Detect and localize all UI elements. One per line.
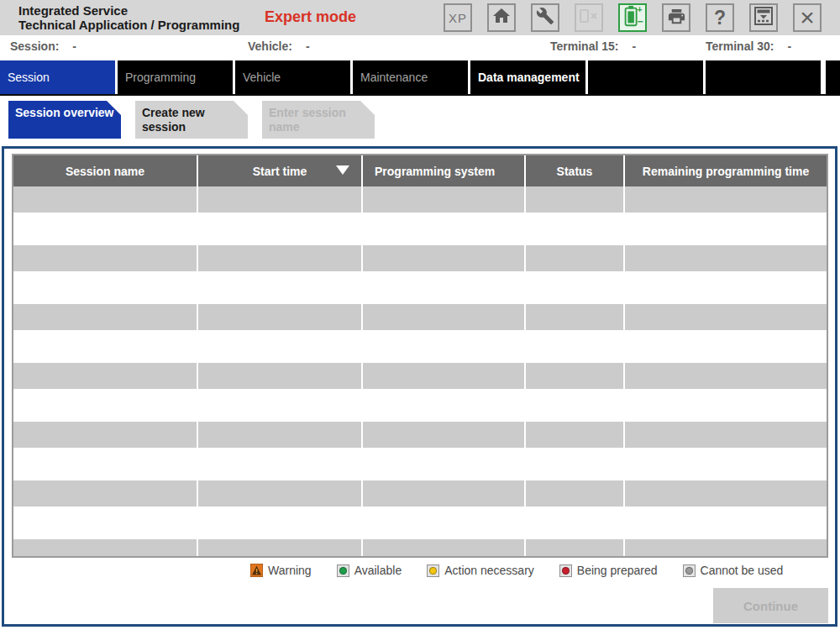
- sub-tab[interactable]: Session overview: [8, 101, 121, 139]
- table-cell: [526, 363, 625, 389]
- table-cell: [13, 186, 198, 213]
- status-dot-icon: [427, 564, 439, 577]
- status-legend: Warning Available: [250, 564, 783, 577]
- legend-item-label: Warning: [268, 564, 312, 577]
- status-field-value: -: [72, 39, 76, 53]
- table-cell: [198, 480, 363, 507]
- wrench-icon: [536, 7, 554, 29]
- ista-p-window: Integrated Service Technical Application…: [0, 0, 840, 630]
- status-field-label: Vehicle:: [248, 39, 292, 53]
- legend-item-label: Being prepared: [577, 564, 658, 577]
- table-cell: [526, 539, 625, 556]
- column-header-label: Programming system: [375, 165, 495, 178]
- table-cell: [363, 363, 526, 389]
- column-header-label: Remaining programming time: [643, 165, 809, 178]
- app-title: Integrated Service Technical Application…: [18, 3, 239, 32]
- sub-tab[interactable]: Create new session: [135, 101, 248, 139]
- table-row[interactable]: [13, 480, 827, 507]
- table-cell: [363, 422, 526, 448]
- help-button[interactable]: ?: [706, 3, 734, 32]
- main-tab: [706, 60, 821, 94]
- close-button[interactable]: ×: [793, 3, 822, 32]
- legend-item-label: Available: [354, 564, 402, 577]
- table-row[interactable]: [13, 186, 827, 213]
- print-button[interactable]: [662, 3, 690, 32]
- battery-status-button[interactable]: + −: [618, 3, 647, 32]
- legend-item: Being prepared: [559, 564, 658, 577]
- legend-item: Cannot be used: [683, 564, 784, 577]
- disconnect-button: [575, 3, 603, 32]
- table-cell: [526, 304, 625, 330]
- table-cell: [363, 304, 526, 330]
- table-cell: [625, 304, 827, 330]
- table-cell: [526, 186, 625, 213]
- table-header-row: Session name Start time Programming syst…: [13, 155, 827, 186]
- table-row[interactable]: [13, 422, 827, 448]
- table-cell: [198, 186, 363, 213]
- main-tab[interactable]: Programming: [118, 60, 233, 94]
- sort-descending-icon: [336, 165, 349, 175]
- legend-item: Warning: [250, 564, 312, 577]
- main-tab-label: Programming: [125, 71, 196, 84]
- table-cell: [13, 539, 198, 556]
- xp-button[interactable]: XP: [444, 3, 472, 32]
- table-cell: [625, 422, 827, 448]
- column-header-label: Session name: [66, 165, 144, 178]
- main-tab[interactable]: Vehicle: [235, 60, 350, 94]
- status-field: Vehicle:-: [248, 39, 310, 53]
- table-cell: [13, 245, 198, 271]
- printer-icon: [667, 7, 686, 29]
- header-bar: Integrated Service Technical Application…: [0, 0, 840, 35]
- status-field-label: Terminal 15:: [550, 39, 618, 53]
- table-row[interactable]: [13, 245, 827, 271]
- continue-button: Continue: [713, 588, 828, 623]
- status-field-label: Session:: [10, 39, 59, 53]
- table-cell: [13, 304, 198, 330]
- table-row[interactable]: [13, 304, 827, 330]
- table-cell: [363, 480, 526, 507]
- legend-item: Action necessary: [427, 564, 534, 577]
- table-cell: [13, 480, 198, 507]
- main-tab-label: Maintenance: [360, 71, 428, 84]
- warning-icon: [250, 564, 263, 577]
- table-column-header[interactable]: Session name: [13, 155, 198, 186]
- table-cell: [198, 245, 363, 271]
- table-column-header[interactable]: Start time: [198, 155, 363, 186]
- table-cell: [363, 186, 526, 213]
- toolbar: XP: [444, 3, 822, 32]
- home-icon: [491, 6, 512, 29]
- table-cell: [198, 304, 363, 330]
- session-table: Session name Start time Programming syst…: [12, 154, 828, 558]
- home-button[interactable]: [487, 3, 516, 32]
- status-dot-icon: [559, 564, 572, 577]
- content-panel: Session name Start time Programming syst…: [2, 146, 837, 627]
- main-tab[interactable]: Data management: [470, 60, 585, 94]
- table-cell: [13, 422, 198, 448]
- status-field: Terminal 30:-: [706, 39, 791, 53]
- table-cell: [625, 186, 827, 213]
- table-column-header[interactable]: Status: [526, 155, 625, 186]
- table-column-header[interactable]: Remaining programming time: [625, 155, 827, 186]
- workshop-settings-button[interactable]: [531, 3, 559, 32]
- legend-item-label: Action necessary: [444, 564, 534, 577]
- main-tab: [588, 60, 703, 94]
- main-tab[interactable]: Session: [0, 60, 115, 94]
- sub-tab-label: Create new session: [142, 106, 205, 134]
- main-tab[interactable]: Maintenance: [353, 60, 468, 94]
- table-row[interactable]: [13, 363, 827, 389]
- table-column-header[interactable]: Programming system: [363, 155, 526, 186]
- hide-panel-button[interactable]: [749, 3, 778, 32]
- table-cell: [526, 245, 625, 271]
- legend-item: Available: [337, 564, 402, 577]
- status-field-value: -: [787, 39, 791, 53]
- status-dot-icon: [337, 564, 349, 577]
- table-cell: [526, 422, 625, 448]
- status-field: Terminal 15:-: [550, 39, 636, 53]
- table-row[interactable]: [13, 539, 827, 556]
- status-field-value: -: [306, 39, 310, 53]
- table-cell: [526, 480, 625, 507]
- svg-text:−: −: [638, 16, 643, 28]
- question-mark-icon: ?: [714, 7, 726, 29]
- status-field-value: -: [632, 39, 636, 53]
- xp-label: XP: [449, 11, 467, 25]
